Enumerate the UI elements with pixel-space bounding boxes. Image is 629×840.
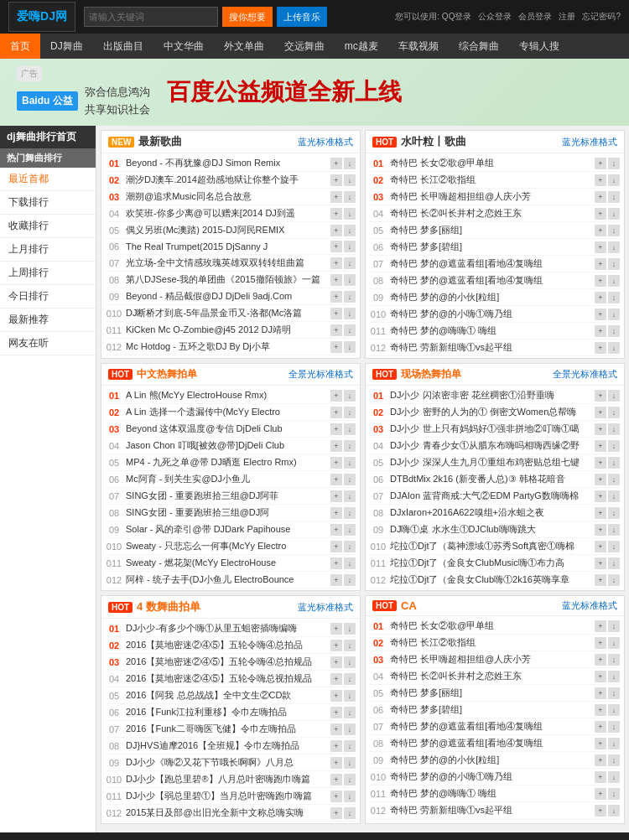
add-btn[interactable]: + (330, 656, 342, 668)
dl-btn[interactable]: ↓ (344, 191, 356, 203)
search-input[interactable] (84, 7, 218, 27)
dl-btn[interactable]: ↓ (608, 440, 620, 452)
add-btn[interactable]: + (330, 257, 342, 269)
header-link-public[interactable]: 公众登录 (478, 11, 512, 23)
dl-btn[interactable]: ↓ (344, 241, 356, 252)
add-btn[interactable]: + (330, 225, 342, 236)
dl-btn[interactable]: ↓ (344, 507, 356, 519)
dl-btn[interactable]: ↓ (344, 807, 356, 819)
add-btn[interactable]: + (595, 423, 606, 435)
dl-btn[interactable]: ↓ (344, 623, 356, 635)
header-link-qq[interactable]: 您可以使用: QQ登录 (395, 11, 471, 23)
add-btn[interactable]: + (595, 704, 606, 716)
add-btn[interactable]: + (330, 474, 342, 485)
add-btn[interactable]: + (330, 208, 342, 220)
hot-songs-more[interactable]: 蓝光标准格式 (562, 136, 617, 148)
add-btn[interactable]: + (595, 258, 606, 270)
dl-btn[interactable]: ↓ (344, 423, 356, 435)
add-btn[interactable]: + (330, 723, 342, 735)
dl-btn[interactable]: ↓ (344, 174, 356, 186)
add-btn[interactable]: + (595, 490, 606, 502)
dl-btn[interactable]: ↓ (344, 740, 356, 752)
add-btn[interactable]: + (595, 342, 606, 354)
dl-btn[interactable]: ↓ (344, 574, 356, 586)
add-btn[interactable]: + (330, 574, 342, 586)
add-btn[interactable]: + (595, 771, 606, 783)
add-btn[interactable]: + (330, 557, 342, 569)
dl-btn[interactable]: ↓ (608, 687, 620, 699)
sidebar-item-collect[interactable]: 收藏排行 (0, 215, 96, 238)
sidebar-item-today[interactable]: 今日排行 (0, 285, 96, 309)
nav-dance[interactable]: 交远舞曲 (274, 34, 335, 59)
add-btn[interactable]: + (330, 791, 342, 802)
dl-btn[interactable]: ↓ (344, 474, 356, 485)
add-btn[interactable]: + (330, 191, 342, 203)
add-btn[interactable]: + (330, 390, 342, 402)
dl-btn[interactable]: ↓ (608, 457, 620, 469)
add-btn[interactable]: + (330, 341, 342, 353)
add-btn[interactable]: + (595, 309, 606, 320)
dl-btn[interactable]: ↓ (608, 407, 620, 418)
add-btn[interactable]: + (595, 407, 606, 418)
dl-btn[interactable]: ↓ (344, 390, 356, 402)
add-btn[interactable]: + (330, 740, 342, 752)
add-btn[interactable]: + (330, 690, 342, 702)
add-btn[interactable]: + (330, 324, 342, 336)
xd-songs-more[interactable]: 全景光标准格式 (553, 368, 617, 381)
dl-btn[interactable]: ↓ (608, 158, 620, 169)
add-btn[interactable]: + (595, 754, 606, 766)
dl-btn[interactable]: ↓ (608, 574, 620, 586)
add-btn[interactable]: + (330, 524, 342, 536)
dl-btn[interactable]: ↓ (608, 258, 620, 270)
add-btn[interactable]: + (595, 241, 606, 253)
add-btn[interactable]: + (330, 457, 342, 469)
dl-btn[interactable]: ↓ (608, 325, 620, 337)
nav-foreign[interactable]: 外文单曲 (214, 34, 274, 59)
dl-btn[interactable]: ↓ (608, 174, 620, 186)
search-button[interactable]: 搜你想要 (222, 7, 273, 27)
dl-btn[interactable]: ↓ (344, 557, 356, 569)
dl-btn[interactable]: ↓ (608, 738, 620, 749)
dl-btn[interactable]: ↓ (344, 757, 356, 769)
add-btn[interactable]: + (595, 457, 606, 469)
add-btn[interactable]: + (330, 541, 342, 552)
dl-btn[interactable]: ↓ (344, 524, 356, 536)
jy-songs-more[interactable]: 蓝光标准格式 (298, 601, 353, 614)
add-btn[interactable]: + (595, 474, 606, 485)
dl-btn[interactable]: ↓ (344, 673, 356, 685)
header-link-register[interactable]: 注册 (559, 11, 575, 23)
dl-btn[interactable]: ↓ (608, 342, 620, 354)
dl-btn[interactable]: ↓ (608, 208, 620, 220)
add-btn[interactable]: + (595, 507, 606, 519)
sidebar-item-download[interactable]: 下载排行 (0, 191, 96, 215)
dl-btn[interactable]: ↓ (608, 557, 620, 569)
add-btn[interactable]: + (595, 671, 606, 682)
nav-video[interactable]: 车载视频 (388, 34, 449, 59)
dl-btn[interactable]: ↓ (608, 771, 620, 783)
add-btn[interactable]: + (330, 291, 342, 303)
dl-btn[interactable]: ↓ (344, 723, 356, 735)
dl-btn[interactable]: ↓ (608, 524, 620, 536)
new-songs-more[interactable]: 蓝光标准格式 (298, 136, 353, 148)
add-btn[interactable]: + (595, 654, 606, 666)
add-btn[interactable]: + (330, 407, 342, 418)
dl-btn[interactable]: ↓ (608, 654, 620, 666)
dl-btn[interactable]: ↓ (344, 158, 356, 169)
dl-btn[interactable]: ↓ (344, 656, 356, 668)
dl-btn[interactable]: ↓ (344, 707, 356, 718)
dl-btn[interactable]: ↓ (344, 407, 356, 418)
add-btn[interactable]: + (330, 274, 342, 286)
add-btn[interactable]: + (330, 757, 342, 769)
nav-mix[interactable]: 综合舞曲 (449, 34, 509, 59)
add-btn[interactable]: + (595, 620, 606, 632)
sidebar-item-lastweek[interactable]: 上周排行 (0, 262, 96, 285)
add-btn[interactable]: + (330, 308, 342, 319)
add-btn[interactable]: + (595, 788, 606, 800)
dl-btn[interactable]: ↓ (608, 474, 620, 485)
dl-btn[interactable]: ↓ (344, 257, 356, 269)
add-btn[interactable]: + (595, 225, 606, 236)
add-btn[interactable]: + (330, 490, 342, 502)
dl-btn[interactable]: ↓ (344, 640, 356, 651)
nav-mc[interactable]: mc越麦 (335, 34, 388, 59)
sidebar-item-friends[interactable]: 网友在听 (0, 332, 96, 355)
